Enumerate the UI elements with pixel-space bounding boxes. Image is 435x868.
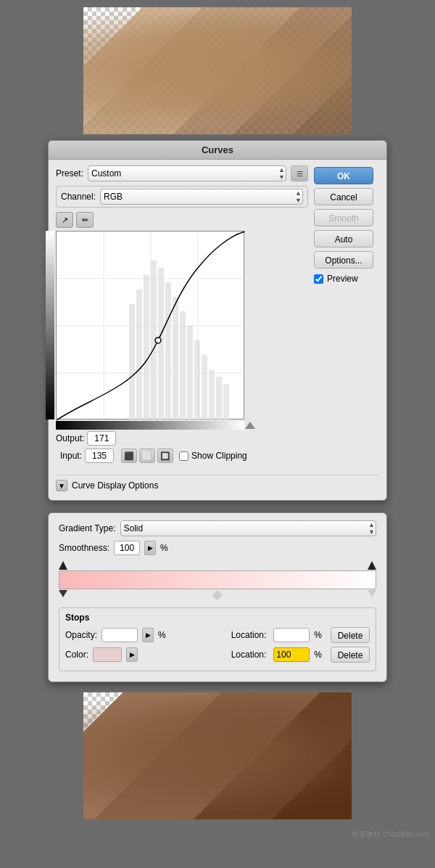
gradient-stop-bottom-row <box>59 590 376 603</box>
color-location-input[interactable] <box>273 647 310 662</box>
curves-dialog: Curves Preset: Custom ▲ ▼ ☰ Channe <box>48 140 387 501</box>
gradient-preview-bar[interactable] <box>59 570 376 589</box>
options-button[interactable]: Options... <box>314 251 373 269</box>
channel-select[interactable]: RGB <box>100 189 303 205</box>
svg-rect-10 <box>158 268 164 420</box>
cancel-button[interactable]: Cancel <box>314 188 373 205</box>
preset-select[interactable]: Custom <box>88 165 286 181</box>
opacity-label: Opacity: <box>65 630 97 640</box>
svg-rect-6 <box>129 304 135 420</box>
gradient-type-label: Gradient Type: <box>59 523 116 533</box>
color-swatch[interactable] <box>93 647 122 662</box>
smoothness-arrow[interactable]: ▶ <box>144 541 156 555</box>
input-value-input[interactable] <box>85 449 114 463</box>
gradient-midpoint[interactable] <box>212 590 223 600</box>
preset-select-wrapper[interactable]: Custom ▲ ▼ <box>88 165 286 181</box>
output-value-input[interactable] <box>87 431 116 446</box>
ok-button[interactable]: OK <box>314 167 373 184</box>
opacity-unit: % <box>158 630 166 640</box>
color-stop-left[interactable] <box>59 590 67 597</box>
curve-tool-pencil[interactable]: ✏ <box>76 212 94 228</box>
smoothness-unit: % <box>160 543 168 553</box>
svg-rect-12 <box>173 297 178 420</box>
opacity-location-label: Location: <box>231 630 267 640</box>
svg-rect-14 <box>187 326 193 420</box>
channel-label: Channel: <box>61 192 96 202</box>
input-row: Input: ⬛ ⬜ 🔲 Show Clipping <box>56 449 308 463</box>
svg-rect-15 <box>194 340 200 420</box>
output-label: Output: <box>56 433 84 443</box>
color-location-unit: % <box>314 650 322 660</box>
eyedropper-group: ⬛ ⬜ 🔲 <box>121 449 173 463</box>
channel-row: Channel: RGB ▲▼ <box>56 186 308 208</box>
stops-title: Stops <box>65 613 370 623</box>
gradient-type-select-wrapper[interactable]: Solid Noise ▲▼ <box>120 520 377 536</box>
opacity-delete-button[interactable]: Delete <box>331 627 370 643</box>
color-stop-right[interactable] <box>368 590 376 602</box>
opacity-location-input[interactable] <box>273 628 310 642</box>
top-image-area <box>0 0 435 140</box>
opacity-value-input[interactable] <box>102 628 138 642</box>
opacity-stop-right[interactable] <box>368 561 376 570</box>
svg-rect-17 <box>209 369 215 420</box>
gradient-type-row: Gradient Type: Solid Noise ▲▼ <box>59 520 376 536</box>
svg-rect-16 <box>202 355 207 420</box>
gradient-type-select[interactable]: Solid Noise <box>120 520 377 536</box>
color-stops-row: Color: ▶ Location: % Delete <box>65 647 370 663</box>
color-delete-button[interactable]: Delete <box>331 647 370 663</box>
input-label: Input: <box>60 451 82 461</box>
white-eyedropper[interactable]: 🔲 <box>157 449 173 463</box>
smoothness-label: Smoothness: <box>59 543 109 553</box>
gradient-stop-top <box>59 561 376 570</box>
preview-checkbox[interactable] <box>314 274 323 284</box>
black-eyedropper[interactable]: ⬛ <box>121 449 137 463</box>
smooth-button[interactable]: Smooth <box>314 209 373 226</box>
opacity-stop-left[interactable] <box>59 561 67 570</box>
smoothness-input[interactable] <box>114 541 140 555</box>
show-clipping-label: Show Clipping <box>191 451 247 461</box>
svg-rect-19 <box>223 384 229 420</box>
preset-list-icon[interactable]: ☰ <box>291 165 308 181</box>
output-row: Output: <box>56 431 308 446</box>
curve-display-label: Curve Display Options <box>72 480 158 491</box>
opacity-stops-row: Opacity: ▶ % Location: % Delete <box>65 627 370 643</box>
preset-label: Preset: <box>56 168 83 179</box>
color-label: Color: <box>65 650 88 660</box>
gradient-bar-side <box>46 231 54 419</box>
preset-row: Preset: Custom ▲ ▼ ☰ <box>56 165 308 181</box>
svg-rect-8 <box>144 275 149 420</box>
top-photo-canvas <box>83 7 352 134</box>
dialog-right-panel: OK Cancel Smooth Auto Options... Preview <box>314 165 379 463</box>
gradient-bar-bottom <box>56 421 244 430</box>
curve-grid-svg <box>57 232 245 420</box>
show-clipping-checkbox[interactable] <box>179 451 188 461</box>
svg-rect-7 <box>136 290 142 420</box>
curve-triangle-marker <box>245 422 255 429</box>
gradient-dialog: Gradient Type: Solid Noise ▲▼ Smoothness… <box>48 512 387 682</box>
curve-display-section: ▼ Curve Display Options <box>56 475 379 491</box>
face-overlay-bottom <box>83 692 352 819</box>
color-arrow[interactable]: ▶ <box>126 647 138 662</box>
watermark: 查看教程 chazidian.com <box>0 827 435 840</box>
preview-row: Preview <box>314 272 379 284</box>
svg-rect-13 <box>180 311 186 420</box>
color-location-label: Location: <box>231 650 267 660</box>
bottom-image-area <box>0 682 435 827</box>
auto-button[interactable]: Auto <box>314 230 373 247</box>
svg-point-20 <box>155 337 161 343</box>
opacity-arrow[interactable]: ▶ <box>142 628 154 642</box>
curve-display-expand[interactable]: ▼ <box>56 480 67 491</box>
preview-label: Preview <box>327 274 358 284</box>
gray-eyedropper[interactable]: ⬜ <box>139 449 155 463</box>
smoothness-row: Smoothness: ▶ % <box>59 541 376 555</box>
svg-rect-18 <box>216 377 222 420</box>
curve-tool-point[interactable]: ↗ <box>56 212 73 228</box>
dialog-title: Curves <box>49 141 386 160</box>
curve-tools: ↗ ✏ <box>56 212 308 228</box>
channel-select-wrapper[interactable]: RGB ▲▼ <box>100 189 303 205</box>
bottom-photo-canvas <box>83 692 352 819</box>
stops-group: Stops Opacity: ▶ % Location: % Delete Co… <box>59 607 376 671</box>
opacity-location-unit: % <box>314 630 322 640</box>
curve-canvas-area[interactable] <box>56 231 244 419</box>
gradient-bar-container <box>59 561 376 603</box>
